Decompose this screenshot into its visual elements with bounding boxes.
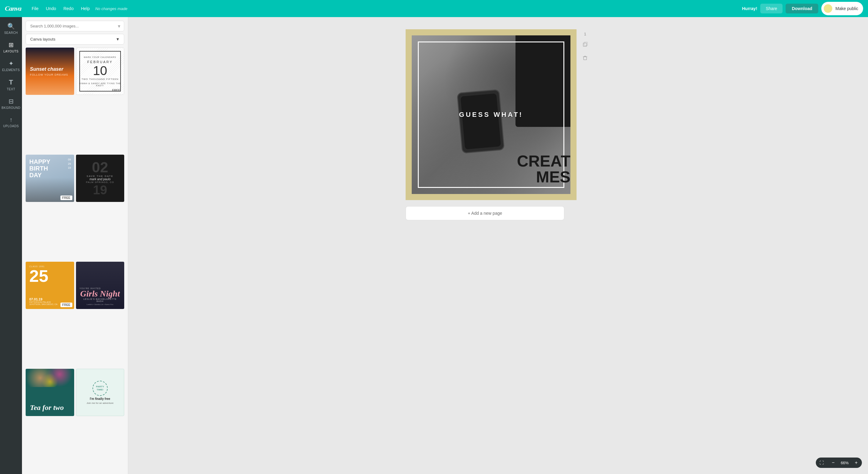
template-panel: ▼ Canva layouts ▼ Sunset chaser Follow y… <box>22 17 128 474</box>
avatar <box>823 4 833 13</box>
canvas-wrapper[interactable]: GUESS WHAT! CREAT MES <box>406 29 577 200</box>
panel-search: ▼ <box>22 17 128 34</box>
canvas-main-text[interactable]: GUESS WHAT! <box>459 111 523 118</box>
help-menu[interactable]: Help <box>78 4 93 13</box>
savedate-num: 02 <box>92 160 108 175</box>
template-card-finallyfree[interactable]: PARTYTIME! I'm finally free Join me for … <box>76 369 125 416</box>
background-icon: ⊟ <box>8 98 14 105</box>
top-nav: Canva File Undo Redo Help No changes mad… <box>0 0 868 17</box>
template-card-girlsnight[interactable]: YOU'RE INVITED Girls Night LESLIE'S BACH… <box>76 262 125 309</box>
add-page-button[interactable]: + Add a new page <box>406 206 564 220</box>
svg-rect-0 <box>583 43 587 46</box>
search-wrap: ▼ <box>26 21 124 31</box>
make-public-button[interactable]: Make public <box>821 2 863 15</box>
sidebar-item-text[interactable]: T TEXT <box>1 75 21 94</box>
sidebar-label-background: BKGROUND <box>2 106 21 109</box>
canvas-design[interactable]: GUESS WHAT! CREAT MES <box>412 35 570 194</box>
sidebar-label-layouts: LAYOUTS <box>3 50 18 53</box>
sidebar-label-search: SEARCH <box>4 31 18 34</box>
savedate-num2: 19 <box>93 183 107 196</box>
duplicate-icon <box>582 41 588 47</box>
search-input[interactable] <box>26 21 124 31</box>
sidebar-item-background[interactable]: ⊟ BKGROUND <box>1 95 21 112</box>
nav-menu: File Undo Redo Help No changes made <box>29 4 128 13</box>
fullscreen-button[interactable]: ⛶ <box>816 458 828 468</box>
layouts-icon: ⊞ <box>8 41 14 48</box>
app-body: 🔍 SEARCH ⊞ LAYOUTS ✦ ELEMENTS T TEXT ⊟ B… <box>0 17 868 474</box>
feb-month: FEBRUARY <box>87 60 113 64</box>
sidebar-item-uploads[interactable]: ↑ UPLOADS <box>1 113 21 131</box>
template-card-sunset[interactable]: Sunset chaser Follow your dreams <box>26 47 74 95</box>
girls-host: LESLIE'S BACHELORETTE BASH <box>80 298 121 302</box>
girls-info: Leslie's • Sandra Lin • Karen Fox <box>87 304 113 305</box>
sidebar-item-elements[interactable]: ✦ ELEMENTS <box>1 57 21 75</box>
page-number: 1 <box>584 32 586 36</box>
zoom-out-button[interactable]: − <box>828 458 839 468</box>
zoom-controls: ⛶ − 66% + <box>816 458 862 468</box>
template-card-feb10[interactable]: MARK YOUR CALENDARS FEBRUARY 10 TWO THOU… <box>76 47 125 95</box>
sidebar-item-search[interactable]: 🔍 SEARCH <box>1 20 21 37</box>
canvas-right-tools: 1 <box>580 29 591 63</box>
reunion-bignum: 25 <box>29 268 70 284</box>
free-badge-bday: FREE <box>60 196 72 200</box>
canvas-area: GUESS WHAT! CREAT MES + Add a new page 1 <box>128 17 868 474</box>
undo-button[interactable]: Undo <box>43 4 59 13</box>
free-sub: Join me for an adventure <box>87 402 114 404</box>
partial-line1: CREAT <box>517 153 570 169</box>
feb-names: DIMAH & SANDY ARE TYING THE KNOT! <box>76 82 124 87</box>
trash-icon <box>582 55 588 61</box>
girls-title: Girls Night <box>80 290 120 298</box>
save-status: No changes made <box>95 6 128 11</box>
svg-rect-2 <box>584 57 587 60</box>
sidebar-label-uploads: UPLOADS <box>3 125 19 128</box>
redo-button[interactable]: Redo <box>60 4 76 13</box>
uploads-icon: ↑ <box>9 116 12 123</box>
zoom-in-button[interactable]: + <box>850 458 862 468</box>
hurray-label: Hurray! <box>742 6 757 11</box>
elements-icon: ✦ <box>8 60 14 67</box>
layout-filter-dropdown[interactable]: Canva layouts ▼ <box>26 34 124 44</box>
canvas-partial-text: CREAT MES <box>517 153 570 185</box>
free-stamp: PARTYTIME! <box>92 381 108 396</box>
free-heading: I'm finally free <box>90 397 110 401</box>
partial-line2: MES <box>517 169 570 185</box>
search-icon: 🔍 <box>7 23 15 30</box>
savedate-save: save the date <box>87 175 114 177</box>
dropdown-chevron-icon: ▼ <box>116 37 120 41</box>
zoom-level: 66% <box>839 461 850 465</box>
duplicate-page-button[interactable] <box>580 39 591 50</box>
sidebar-label-text: TEXT <box>7 88 15 91</box>
feb-year: TWO THOUSAND FIFTEEN <box>82 78 118 80</box>
guess-what-text: GUESS WHAT! <box>459 111 523 118</box>
template-grid: Sunset chaser Follow your dreams MARK YO… <box>22 47 128 474</box>
file-menu[interactable]: File <box>29 4 42 13</box>
sunset-title: Sunset chaser <box>30 67 70 72</box>
delete-page-button[interactable] <box>580 52 591 63</box>
sidebar-label-elements: ELEMENTS <box>2 68 20 72</box>
share-button[interactable]: Share <box>760 4 782 13</box>
canva-logo[interactable]: Canva <box>5 5 21 12</box>
feb-mark: MARK YOUR CALENDARS <box>84 56 116 58</box>
canvas-dark-shape <box>516 35 570 127</box>
reunion-date: 07.01.19 <box>29 297 70 301</box>
template-card-teatwo[interactable]: Tea for two <box>26 369 74 416</box>
text-icon: T <box>9 78 13 86</box>
sidebar-item-layouts[interactable]: ⊞ LAYOUTS <box>1 38 21 56</box>
canvas-phone-element <box>457 89 505 154</box>
canvas-and-add: GUESS WHAT! CREAT MES + Add a new page <box>406 29 577 220</box>
tea-text: Tea for two <box>30 404 70 412</box>
download-button[interactable]: Download <box>785 4 818 13</box>
bday-text: HAPPYBIRTHDAY <box>29 158 70 178</box>
template-card-birthday[interactable]: 09 29 19 HAPPYBIRTHDAY FREE <box>26 155 74 202</box>
savedate-mark: mark and paulo <box>89 177 111 181</box>
feb-day: 10 <box>93 64 107 77</box>
canvas-with-sidebar: GUESS WHAT! CREAT MES + Add a new page 1 <box>406 29 591 220</box>
nav-right: Hurray! Share Download Make public <box>742 2 863 15</box>
sidebar-icons: 🔍 SEARCH ⊞ LAYOUTS ✦ ELEMENTS T TEXT ⊟ B… <box>0 17 22 474</box>
svg-rect-1 <box>584 42 588 45</box>
template-card-reunion[interactable]: CLASS 1991 25 07.01.19 PATTERSON PALACE … <box>26 262 74 309</box>
sunset-subtitle: Follow your dreams <box>30 73 70 76</box>
template-card-savedate[interactable]: 02 save the date mark and paulo palm spr… <box>76 155 125 202</box>
free-badge-reunion: FREE <box>60 303 72 307</box>
